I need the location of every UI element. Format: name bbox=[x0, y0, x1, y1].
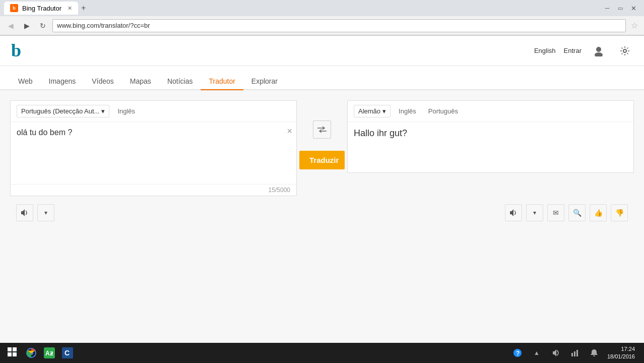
translator-panels: Português (Detecção Aut... ▾ Inglês olá … bbox=[10, 100, 634, 196]
source-text-container: olá tu do bem ? × bbox=[11, 122, 296, 184]
nav-item-videos[interactable]: Vídeos bbox=[84, 73, 122, 90]
source-lang-bar: Português (Detecção Aut... ▾ Inglês bbox=[11, 101, 296, 122]
target-lang-chevron: ▾ bbox=[382, 107, 386, 115]
user-icon bbox=[593, 45, 604, 56]
svg-rect-4 bbox=[8, 347, 12, 351]
translate-btn[interactable]: Traduzir bbox=[299, 151, 345, 169]
output-text: Hallo ihr gut? bbox=[348, 122, 633, 172]
target-thumbup-btn[interactable]: 👍 bbox=[590, 204, 607, 221]
tab-favicon: b bbox=[10, 4, 18, 12]
translator-section: Português (Detecção Aut... ▾ Inglês olá … bbox=[0, 90, 644, 363]
target-lang-select[interactable]: Alemão ▾ bbox=[354, 105, 391, 117]
settings-icon bbox=[620, 46, 630, 56]
svg-rect-6 bbox=[8, 352, 12, 356]
active-tab[interactable]: b Bing Tradutor ✕ bbox=[4, 2, 78, 15]
char-count: 15/5000 bbox=[11, 184, 296, 196]
taskbar-network-icon[interactable] bbox=[566, 344, 584, 362]
bing-nav: Web Imagens Vídeos Mapas Notícias Tradut… bbox=[0, 66, 644, 90]
url-bar[interactable] bbox=[52, 19, 626, 32]
taskbar-chevron-icon[interactable]: ▲ bbox=[528, 344, 546, 362]
source-lang-select[interactable]: Português (Detecção Aut... ▾ bbox=[17, 105, 109, 117]
source-lang-chevron: ▾ bbox=[101, 107, 105, 115]
nav-item-imagens[interactable]: Imagens bbox=[41, 73, 84, 90]
target-dropdown-btn[interactable]: ▾ bbox=[526, 204, 543, 221]
source-panel: Português (Detecção Aut... ▾ Inglês olá … bbox=[10, 100, 297, 196]
target-search-btn[interactable]: 🔍 bbox=[568, 204, 586, 221]
nav-bar: ◀ ▶ ↻ ☆ bbox=[0, 16, 644, 35]
svg-rect-7 bbox=[13, 352, 17, 356]
clear-text-btn[interactable]: × bbox=[287, 126, 292, 137]
taskbar-chrome-icon[interactable] bbox=[22, 344, 40, 362]
target-panel: Alemão ▾ Inglês Português Hallo ihr gut? bbox=[347, 100, 634, 173]
swap-btn[interactable] bbox=[313, 120, 331, 139]
target-lang-bar: Alemão ▾ Inglês Português bbox=[348, 101, 633, 122]
browser-chrome: b Bing Tradutor ✕ + ─ ▭ ✕ ◀ ▶ ↻ ☆ bbox=[0, 0, 644, 36]
taskbar-help-icon[interactable]: ? bbox=[508, 344, 527, 362]
target-thumbdown-btn[interactable]: 👎 bbox=[611, 204, 628, 221]
back-btn[interactable]: ◀ bbox=[4, 19, 17, 32]
taskbar-time: 17:24 18/01/2016 bbox=[604, 345, 638, 361]
svg-point-2 bbox=[595, 52, 603, 56]
minimize-btn[interactable]: ─ bbox=[601, 3, 614, 13]
header-lang-link[interactable]: English bbox=[534, 47, 556, 54]
bing-logo[interactable]: b bbox=[10, 39, 35, 63]
close-btn[interactable]: ✕ bbox=[627, 3, 640, 13]
target-speaker-icon bbox=[509, 209, 518, 217]
bookmark-icon[interactable]: ☆ bbox=[629, 20, 640, 31]
svg-point-3 bbox=[623, 49, 626, 52]
tab-label: Bing Tradutor bbox=[22, 5, 61, 12]
source-bottom-bar: ▾ bbox=[10, 200, 60, 225]
settings-icon-btn[interactable] bbox=[616, 42, 634, 60]
source-lang-inglês[interactable]: Inglês bbox=[113, 105, 139, 117]
svg-text:Aƶ: Aƶ bbox=[45, 350, 53, 357]
taskbar-greenapp-icon[interactable]: Aƶ bbox=[40, 344, 58, 362]
new-tab-btn[interactable]: + bbox=[78, 3, 89, 14]
nav-item-tradutor[interactable]: Tradutor bbox=[201, 73, 243, 90]
nav-item-mapas[interactable]: Mapas bbox=[122, 73, 159, 90]
nav-item-web[interactable]: Web bbox=[10, 73, 41, 90]
svg-rect-16 bbox=[571, 353, 573, 356]
source-textarea[interactable]: olá tu do bem ? bbox=[11, 122, 296, 183]
taskbar-squareapp-icon[interactable]: C bbox=[58, 344, 77, 362]
source-speaker-btn[interactable] bbox=[16, 204, 33, 221]
source-lang-label: Português (Detecção Aut... bbox=[21, 107, 99, 115]
tab-close-btn[interactable]: ✕ bbox=[68, 5, 72, 12]
svg-text:b: b bbox=[11, 40, 21, 59]
svg-rect-5 bbox=[13, 347, 17, 351]
speaker-icon bbox=[20, 209, 29, 217]
title-bar: b Bing Tradutor ✕ + ─ ▭ ✕ bbox=[0, 0, 644, 16]
target-lang-label: Alemão bbox=[358, 107, 380, 115]
translate-middle: Traduzir bbox=[297, 100, 347, 169]
bing-page: b English Entrar Web Imagens Vídeos bbox=[0, 36, 644, 363]
header-login-link[interactable]: Entrar bbox=[564, 47, 582, 54]
target-speaker-btn[interactable] bbox=[505, 204, 522, 221]
windows-icon bbox=[7, 347, 17, 357]
svg-point-1 bbox=[596, 47, 601, 52]
bing-header: b English Entrar bbox=[0, 36, 644, 66]
target-bottom-bar: ▾ ✉ 🔍 👍 👎 bbox=[499, 200, 634, 225]
svg-text:?: ? bbox=[516, 350, 520, 357]
svg-rect-18 bbox=[576, 350, 578, 356]
taskbar-notifications-icon[interactable] bbox=[585, 344, 603, 362]
start-btn[interactable] bbox=[2, 345, 22, 361]
source-dropdown-btn[interactable]: ▾ bbox=[37, 204, 54, 221]
header-links: English Entrar bbox=[534, 42, 634, 60]
forward-btn[interactable]: ▶ bbox=[20, 19, 33, 32]
source-actions: ▾ ▾ ✉ 🔍 👍 👎 bbox=[10, 200, 634, 225]
refresh-btn[interactable]: ↻ bbox=[36, 19, 49, 32]
nav-item-explorar[interactable]: Explorar bbox=[243, 73, 286, 90]
taskbar: Aƶ C ? ▲ bbox=[0, 343, 644, 363]
taskbar-right: ? ▲ 17:24 18/01/2016 bbox=[504, 344, 642, 362]
maximize-btn[interactable]: ▭ bbox=[614, 3, 627, 13]
nav-item-noticias[interactable]: Notícias bbox=[159, 73, 201, 90]
target-lang-portugues[interactable]: Português bbox=[424, 105, 462, 117]
swap-icon bbox=[317, 126, 327, 133]
svg-text:C: C bbox=[65, 349, 70, 357]
svg-rect-17 bbox=[574, 351, 575, 356]
target-lang-inglês[interactable]: Inglês bbox=[395, 105, 420, 117]
taskbar-volume-icon[interactable] bbox=[547, 344, 565, 362]
user-icon-btn[interactable] bbox=[590, 42, 608, 60]
target-mail-btn[interactable]: ✉ bbox=[547, 204, 564, 221]
